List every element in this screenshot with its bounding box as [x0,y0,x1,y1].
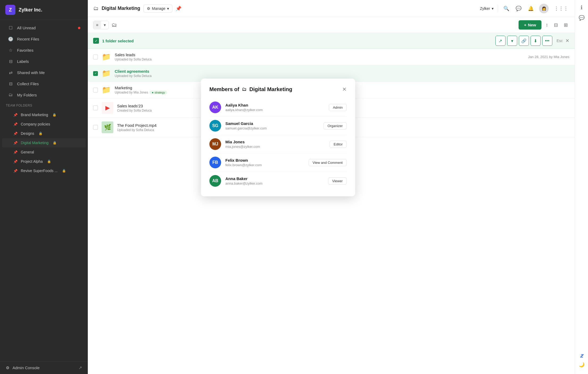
filter-button[interactable]: ⊟ [552,21,560,29]
sidebar-footer: ⚙ Admin Console ↗ [0,361,88,374]
team-folders-label: Team Folders [0,100,88,109]
team-folder-company-policies[interactable]: 📌 Company policies [2,120,86,129]
all-unread-icon: ☐ [8,25,13,30]
team-folder-designs[interactable]: 📌 Designs 🔒 [2,129,86,138]
comment-panel-icon[interactable]: 💬 [579,15,585,21]
file-name: Sales leads [115,52,524,57]
modal-title-text: Members of [209,86,239,92]
apps-grid-icon[interactable]: ⋮⋮⋮ [553,5,569,13]
top-bar: 🗂 Digital Marketing ⚙ Manage ▾ 📌 Zylker … [88,0,575,17]
modal-title: Members of 🗂 Digital Marketing [209,86,292,92]
link-button[interactable]: 🔗 [519,36,529,46]
sort-button[interactable]: ↕ [544,21,550,29]
bottom-panel-icons: Ƶ 🌙 [579,353,585,370]
member-row-samuel-garcia: SG Samuel Garcia samuel.garcia@zylker.co… [209,117,347,135]
grid-view-button[interactable]: ▾ [101,21,109,29]
manage-chevron-icon: ▾ [167,6,169,11]
team-folder-general[interactable]: 📌 General [2,148,86,157]
download-arrow-button[interactable]: ▾ [507,36,517,46]
member-info: Aaliya Khan aaliya.khan@zylker.com [225,103,325,112]
admin-console-label: Admin Console [13,365,40,370]
member-avatar: SG [209,120,221,132]
sidebar-item-shared-with-me[interactable]: ⇄ Shared with Me [2,67,86,78]
more-actions-button[interactable]: ••• [542,36,552,46]
sidebar-item-labels[interactable]: ⊟ Labels [2,56,86,67]
external-link-icon[interactable]: ↗ [78,365,82,370]
video-thumbnail: 🌿 [102,121,113,133]
members-modal: Members of 🗂 Digital Marketing ✕ AK Aali… [201,79,355,196]
selection-count-text: 1 folder selected [102,39,134,43]
notifications-icon[interactable]: 🔔 [527,5,535,13]
new-button[interactable]: + New [519,20,541,30]
labels-icon: ⊟ [8,59,13,64]
manage-button[interactable]: ⚙ Manage ▾ [143,5,172,13]
team-folders-list: 📌 Brand Marketing 🔒 📌 Company policies 📌… [0,109,88,177]
role-badge-view-comment[interactable]: View and Comment [309,159,347,166]
folder-label: Revive SuperFoods ... [21,169,58,173]
zylker-ai-icon[interactable]: Ƶ [580,353,583,359]
file-name: Client agreements [115,69,569,74]
sidebar-item-my-folders[interactable]: 🗂 My Folders [2,90,86,100]
collect-icon: ⊟ [8,81,13,86]
file-checkbox[interactable] [93,55,98,59]
selection-bar: ✓ 1 folder selected ↗ ▾ 🔗 ⬇ ••• Esc ✕ [88,33,575,49]
member-email: anna.baker@zylker.com [225,181,324,185]
team-folder-brand-marketing[interactable]: 📌 Brand Marketing 🔒 [2,110,86,119]
member-info: Mia Jones mia.jones@zylker.com [225,140,325,149]
file-checkbox-checked[interactable]: ✓ [93,71,98,76]
modal-close-button[interactable]: ✕ [342,86,347,92]
close-selection-button[interactable]: ✕ [565,38,569,44]
role-badge-organizer[interactable]: Organizer [324,122,347,129]
sidebar-item-favorites[interactable]: ☆ Favorites [2,45,86,56]
member-name: Samuel Garcia [225,121,319,126]
file-subtext: Uploaded by Sofia Deluca [115,58,524,61]
download-button[interactable]: ⬇ [531,36,541,46]
file-tag[interactable]: ● strategy [150,91,167,94]
favorites-icon: ☆ [8,48,13,53]
layout-button[interactable]: ⊞ [562,21,569,29]
role-badge-admin[interactable]: Admin [329,104,347,111]
folder-breadcrumb-icon[interactable]: 🗂 [93,5,98,11]
folder-label: General [21,150,34,154]
folder-type-icon: 📁 [102,52,111,61]
dark-mode-icon[interactable]: 🌙 [579,362,585,368]
breadcrumb-title: Digital Marketing [102,6,140,11]
member-email: aaliya.khan@zylker.com [225,108,325,112]
pin-folder-button[interactable]: 📌 [176,6,181,11]
role-badge-viewer[interactable]: Viewer [328,177,347,185]
user-area[interactable]: Zylker ▾ [480,6,494,11]
sidebar-item-label: All Unread [17,26,36,30]
member-avatar: AK [209,101,221,113]
move-button[interactable]: ↗ [495,36,506,46]
file-info: Client agreements Uploaded by Sofia Delu… [115,69,569,78]
list-view-button[interactable]: ≡ [93,21,101,29]
lock-icon: 🔒 [52,113,56,117]
folder-label: Designs [21,131,34,136]
team-folder-digital-marketing[interactable]: 📌 Digital Marketing 🔒 [2,138,86,147]
pin-icon: 📌 [13,122,18,126]
info-panel-icon[interactable]: ℹ [581,4,583,11]
member-row-mia-jones: MJ Mia Jones mia.jones@zylker.com Editor [209,135,347,153]
sidebar-item-collect-files[interactable]: ⊟ Collect Files [2,78,86,89]
member-avatar: AB [209,175,221,187]
file-checkbox[interactable] [93,105,98,110]
admin-console-link[interactable]: ⚙ Admin Console [6,365,40,370]
role-badge-editor[interactable]: Editor [330,141,347,148]
user-avatar[interactable]: 👩 [539,4,549,13]
file-item-sales-leads[interactable]: 📁 Sales leads Uploaded by Sofia Deluca J… [88,49,575,65]
recent-files-icon: 🕐 [8,36,13,42]
search-icon[interactable]: 🔍 [502,5,510,13]
new-folder-icon[interactable]: 🗂 [111,22,117,28]
tag-dot: ● [152,91,154,94]
sidebar-item-recent-files[interactable]: 🕐 Recent Files [2,34,86,44]
member-row-anna-baker: AB Anna Baker anna.baker@zylker.com View… [209,172,347,190]
comments-icon[interactable]: 💬 [515,5,523,13]
team-folder-revive-superfoods[interactable]: 📌 Revive SuperFoods ... 🔒 [2,166,86,175]
esc-text: Esc [557,39,563,43]
file-checkbox[interactable] [93,88,98,92]
sidebar-item-all-unread[interactable]: ☐ All Unread [2,22,86,33]
file-checkbox[interactable] [93,125,98,130]
lock-icon: 🔒 [62,169,66,173]
member-row-aaliya-khan: AK Aaliya Khan aaliya.khan@zylker.com Ad… [209,98,347,117]
team-folder-project-alpha[interactable]: 📌 Project Alpha 🔒 [2,157,86,166]
